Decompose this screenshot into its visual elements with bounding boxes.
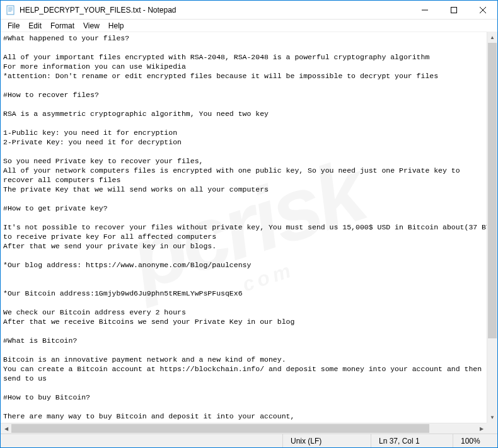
scroll-track-vertical[interactable] xyxy=(487,43,497,412)
svg-rect-6 xyxy=(451,7,457,13)
status-line-ending: Unix (LF) xyxy=(283,434,371,447)
menu-bar: File Edit Format View Help xyxy=(1,20,497,32)
status-zoom: 100% xyxy=(453,434,497,447)
scroll-thumb-vertical[interactable] xyxy=(488,43,497,338)
text-editor[interactable]: #What happened to your files? All of you… xyxy=(1,32,497,434)
scroll-thumb-horizontal[interactable] xyxy=(11,424,429,433)
minimize-button[interactable] xyxy=(410,1,439,20)
title-bar: HELP_DECRYPT_YOUR_FILES.txt - Notepad xyxy=(1,1,497,20)
editor-area: pcrisk.com #What happened to your files?… xyxy=(1,32,497,434)
menu-help[interactable]: Help xyxy=(104,20,129,32)
menu-view[interactable]: View xyxy=(79,20,104,32)
scroll-track-horizontal[interactable] xyxy=(11,423,476,434)
horizontal-scrollbar[interactable]: ◀ ▶ xyxy=(1,423,487,434)
menu-edit[interactable]: Edit xyxy=(24,20,46,32)
window-title: HELP_DECRYPT_YOUR_FILES.txt - Notepad xyxy=(20,6,177,14)
status-bar: Unix (LF) Ln 37, Col 1 100% xyxy=(1,434,497,447)
maximize-button[interactable] xyxy=(439,1,468,20)
menu-file[interactable]: File xyxy=(3,20,24,32)
scroll-right-arrow[interactable]: ▶ xyxy=(476,423,487,434)
close-button[interactable] xyxy=(468,1,497,20)
notepad-icon xyxy=(6,5,16,15)
menu-format[interactable]: Format xyxy=(46,20,79,32)
scroll-left-arrow[interactable]: ◀ xyxy=(1,423,11,434)
status-spacer xyxy=(1,434,283,447)
status-cursor: Ln 37, Col 1 xyxy=(371,434,453,447)
vertical-scrollbar[interactable]: ▲ ▼ xyxy=(487,32,497,423)
scrollbar-corner xyxy=(487,423,497,434)
scroll-up-arrow[interactable]: ▲ xyxy=(487,32,497,43)
scroll-down-arrow[interactable]: ▼ xyxy=(487,412,497,423)
